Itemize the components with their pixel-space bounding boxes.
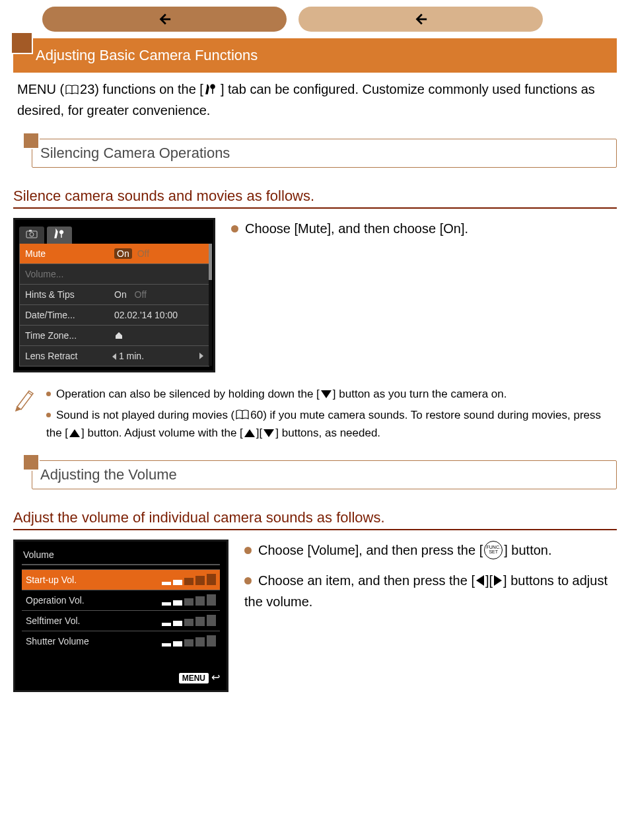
volume-menu-screenshot: Volume Start-up Vol. Operation Vol. Self… bbox=[13, 540, 228, 692]
volume-row-operation: Operation Vol. bbox=[22, 590, 220, 610]
section-tab bbox=[22, 454, 40, 471]
menu-tabbar bbox=[15, 224, 213, 244]
subheading-volume: Adjust the volume of individual camera s… bbox=[13, 509, 617, 530]
arrow-left-icon bbox=[157, 12, 172, 26]
volume-title: Volume bbox=[22, 548, 220, 565]
menu-row-volume: Volume... bbox=[20, 263, 209, 284]
volume-row-startup: Start-up Vol. bbox=[22, 569, 220, 590]
svg-point-1 bbox=[30, 232, 34, 236]
svg-rect-2 bbox=[29, 230, 32, 232]
book-icon bbox=[236, 409, 249, 420]
tools-icon bbox=[53, 229, 65, 238]
level-bars bbox=[162, 615, 216, 626]
up-button-icon bbox=[244, 429, 255, 437]
func-set-button-icon bbox=[484, 541, 503, 559]
camera-menu-screenshot: Mute OnOff Volume... Hints & Tips On Off… bbox=[13, 218, 215, 372]
page-banner: Adjusting Basic Camera Functions bbox=[13, 38, 617, 73]
section-volume: Adjusting the Volume bbox=[13, 460, 617, 489]
down-button-icon bbox=[263, 429, 274, 437]
down-button-icon bbox=[321, 390, 332, 398]
menu-row-hints: Hints & Tips On Off bbox=[20, 284, 209, 304]
right-button-icon bbox=[494, 575, 502, 586]
top-nav bbox=[42, 7, 617, 32]
bullet-icon bbox=[231, 225, 238, 232]
menu-row-mute: Mute OnOff bbox=[20, 244, 209, 263]
bullet-icon bbox=[244, 577, 252, 584]
left-arrow-icon bbox=[112, 353, 116, 360]
note-line-1: Operation can also be silenced by holdin… bbox=[46, 386, 617, 403]
level-bars bbox=[162, 636, 216, 647]
camera-icon bbox=[26, 229, 38, 238]
up-button-icon bbox=[69, 429, 80, 437]
subheading-silence: Silence camera sounds and movies as foll… bbox=[13, 188, 617, 209]
section-silence: Silencing Camera Operations bbox=[13, 139, 617, 168]
menu-row-lensretract: Lens Retract 1 min. bbox=[20, 345, 209, 366]
volume-footer: MENU↩ bbox=[22, 671, 220, 683]
pencil-icon bbox=[13, 386, 36, 442]
section-tab bbox=[22, 132, 40, 149]
section-title: Adjusting the Volume bbox=[32, 460, 617, 489]
nav-chip-next[interactable] bbox=[298, 7, 543, 32]
menu-button-label: MENU bbox=[179, 673, 209, 683]
instruction-volume: Choose [Volume], and then press the [] b… bbox=[244, 540, 617, 612]
menu-scrollbar bbox=[209, 244, 212, 366]
arrow-left-icon bbox=[413, 12, 428, 26]
volume-row-shutter: Shutter Volume bbox=[22, 631, 220, 651]
bullet-icon bbox=[46, 392, 51, 396]
book-icon bbox=[65, 85, 79, 95]
banner-tab bbox=[11, 32, 33, 54]
note-line-2: Sound is not played during movies (60) i… bbox=[46, 407, 617, 442]
tab-shoot bbox=[19, 227, 44, 244]
bullet-icon bbox=[46, 413, 51, 417]
right-arrow-icon bbox=[199, 353, 203, 359]
volume-row-selftimer: Selftimer Vol. bbox=[22, 610, 220, 631]
menu-row-timezone: Time Zone... bbox=[20, 325, 209, 345]
nav-chip-prev[interactable] bbox=[42, 7, 287, 32]
return-icon: ↩ bbox=[211, 671, 220, 683]
menu-list: Mute OnOff Volume... Hints & Tips On Off… bbox=[19, 244, 209, 367]
note-block: Operation can also be silenced by holdin… bbox=[13, 386, 617, 442]
page-title: Adjusting Basic Camera Functions bbox=[36, 47, 258, 64]
left-button-icon bbox=[476, 575, 484, 586]
menu-row-datetime: Date/Time... 02.02.'14 10:00 bbox=[20, 304, 209, 325]
wrench-icon bbox=[205, 81, 219, 100]
home-icon bbox=[114, 331, 123, 341]
section-title: Silencing Camera Operations bbox=[32, 139, 617, 168]
level-bars bbox=[162, 595, 216, 606]
level-bars bbox=[162, 575, 216, 585]
intro-text: MENU (23) functions on the [] tab can be… bbox=[17, 79, 613, 120]
instruction-silence: Choose [Mute], and then choose [On]. bbox=[231, 218, 617, 239]
tab-setup bbox=[47, 227, 72, 244]
bullet-icon bbox=[244, 547, 252, 554]
